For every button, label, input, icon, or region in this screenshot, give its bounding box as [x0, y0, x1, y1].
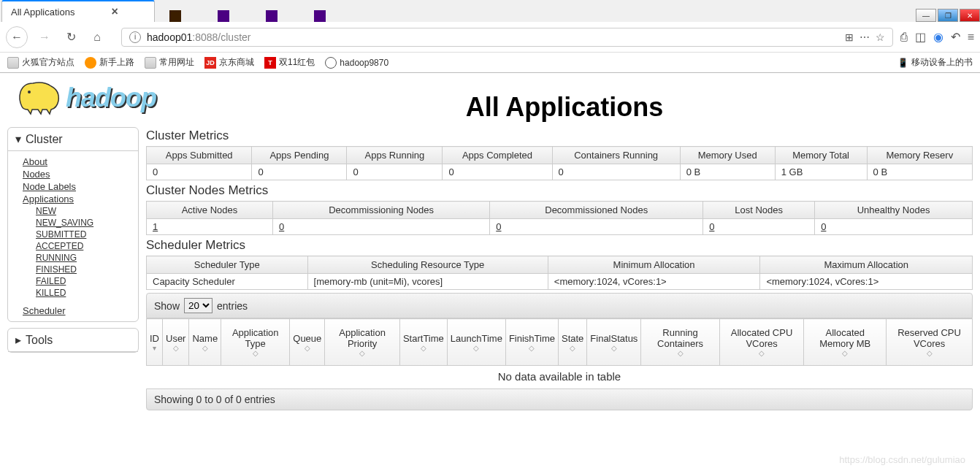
back-button[interactable]: ← [6, 26, 28, 48]
col-min-allocation[interactable]: Minimum Allocation [548, 256, 760, 274]
sidebar-link-node-labels[interactable]: Node Labels [23, 180, 123, 193]
sidebar-link-applications[interactable]: Applications [23, 193, 123, 205]
bookmark-item[interactable]: 新手上路 [85, 56, 134, 69]
empty-message: No data available in table [147, 366, 973, 388]
bg-tab-icon[interactable] [169, 10, 181, 22]
sidebar-icon[interactable]: ◫ [915, 30, 926, 44]
col-apps-pending[interactable]: Apps Pending [252, 147, 347, 164]
cluster-metrics-table: Apps Submitted Apps Pending Apps Running… [146, 146, 973, 180]
cell: 1 GB [775, 164, 867, 180]
sidebar-link-submitted[interactable]: SUBMITTED [36, 229, 123, 240]
col-memory-total[interactable]: Memory Total [775, 147, 867, 164]
col-id[interactable]: ID▾ [147, 319, 163, 366]
entries-select[interactable]: 20 [184, 298, 213, 313]
url-bar[interactable]: i hadoop01:8088/cluster ⊞ ⋯ ☆ [121, 28, 893, 47]
library-icon[interactable]: ⎙ [900, 31, 908, 44]
col-resource-type[interactable]: Scheduling Resource Type [307, 256, 548, 274]
sort-icon: ◇ [328, 349, 397, 357]
bg-tab-icon[interactable] [314, 10, 326, 22]
close-tab-icon[interactable]: × [111, 5, 118, 18]
table-row: 0 0 0 0 0 0 B 1 GB 0 B [147, 164, 973, 180]
menu-icon[interactable]: ≡ [968, 31, 974, 44]
bookmark-item[interactable]: JD京东商城 [204, 56, 254, 69]
tracking-icon[interactable]: ◉ [933, 30, 943, 44]
maximize-button[interactable]: ❐ [938, 9, 958, 22]
bookmark-item[interactable]: 📱移动设备上的书 [897, 56, 973, 69]
minimize-button[interactable]: — [916, 9, 936, 22]
col-memory-reserved[interactable]: Memory Reserv [867, 147, 972, 164]
bookmark-item[interactable]: 火狐官方站点 [7, 56, 74, 69]
decommissioned-link[interactable]: 0 [496, 221, 501, 232]
col-scheduler-type[interactable]: Scheduler Type [147, 256, 308, 274]
col-running-containers[interactable]: Running Containers◇ [641, 319, 719, 366]
cell: 0 B [867, 164, 972, 180]
qr-icon[interactable]: ⊞ [845, 31, 854, 43]
sidebar-link-failed[interactable]: FAILED [36, 275, 123, 287]
col-starttime[interactable]: StartTime◇ [399, 319, 447, 366]
reload-button[interactable]: ↻ [61, 28, 80, 47]
col-reserved-cpu[interactable]: Reserved CPU VCores◇ [887, 319, 973, 366]
sidebar-link-about[interactable]: About [23, 156, 123, 168]
col-decommissioning-nodes[interactable]: Decommissioning Nodes [273, 202, 490, 219]
active-tab[interactable]: All Applications × [1, 0, 155, 22]
url-port: :8088 [192, 31, 218, 43]
sort-icon: ◇ [889, 349, 969, 357]
sidebar-link-nodes[interactable]: Nodes [23, 168, 123, 180]
sidebar-link-running[interactable]: RUNNING [36, 252, 123, 264]
col-max-allocation[interactable]: Maximum Allocation [760, 256, 973, 274]
col-memory-mb[interactable]: Allocated Memory MB◇ [804, 319, 887, 366]
col-apps-running[interactable]: Apps Running [347, 147, 443, 164]
bg-tab-icon[interactable] [266, 10, 277, 22]
table-footer: Showing 0 to 0 of 0 entries [146, 388, 973, 410]
col-lost-nodes[interactable]: Lost Nodes [703, 202, 815, 219]
window-controls: — ❐ ✕ [916, 9, 980, 22]
col-priority[interactable]: Application Priority◇ [325, 319, 400, 366]
col-app-type[interactable]: Application Type◇ [221, 319, 290, 366]
sort-icon: ◇ [807, 349, 883, 357]
col-finalstatus[interactable]: FinalStatus◇ [587, 319, 641, 366]
tab-title: All Applications [11, 7, 74, 18]
col-launchtime[interactable]: LaunchTime◇ [447, 319, 505, 366]
sidebar-link-finished[interactable]: FINISHED [36, 264, 123, 275]
col-apps-completed[interactable]: Apps Completed [443, 147, 552, 164]
sidebar-link-new-saving[interactable]: NEW_SAVING [36, 217, 123, 229]
col-queue[interactable]: Queue◇ [290, 319, 325, 366]
close-window-button[interactable]: ✕ [960, 9, 980, 22]
bookmark-item[interactable]: 常用网址 [145, 56, 194, 69]
cluster-header[interactable]: ▾Cluster [8, 128, 138, 151]
lost-nodes-link[interactable]: 0 [709, 221, 714, 232]
entries-control: Show 20 entries [146, 293, 973, 318]
bookmark-star-icon[interactable]: ☆ [876, 31, 885, 43]
col-containers-running[interactable]: Containers Running [552, 147, 680, 164]
col-name[interactable]: Name◇ [189, 319, 221, 366]
forward-button[interactable]: → [35, 28, 54, 47]
tools-header[interactable]: ▸Tools [8, 329, 138, 352]
col-apps-submitted[interactable]: Apps Submitted [147, 147, 252, 164]
sort-icon: ◇ [509, 344, 555, 352]
sidebar-link-accepted[interactable]: ACCEPTED [36, 240, 123, 252]
col-state[interactable]: State◇ [558, 319, 586, 366]
home-button[interactable]: ⌂ [88, 28, 107, 47]
more-icon[interactable]: ⋯ [860, 31, 870, 43]
sort-icon: ◇ [403, 344, 444, 352]
show-label: Show [154, 300, 180, 312]
active-nodes-link[interactable]: 1 [153, 221, 158, 232]
sidebar-link-new[interactable]: NEW [36, 205, 123, 217]
col-unhealthy-nodes[interactable]: Unhealthy Nodes [815, 202, 973, 219]
undo-icon[interactable]: ↶ [951, 30, 960, 44]
info-icon[interactable]: i [129, 31, 141, 43]
sidebar-link-scheduler[interactable]: Scheduler [23, 305, 123, 317]
bookmark-item[interactable]: hadoop9870 [325, 57, 388, 69]
col-cpu-vcores[interactable]: Allocated CPU VCores◇ [719, 319, 804, 366]
bg-tab-icon[interactable] [218, 10, 229, 22]
bookmark-item[interactable]: T双11红包 [264, 56, 315, 69]
decommissioning-link[interactable]: 0 [279, 221, 284, 232]
col-active-nodes[interactable]: Active Nodes [147, 202, 273, 219]
col-finishtime[interactable]: FinishTime◇ [505, 319, 558, 366]
sort-icon: ◇ [293, 344, 321, 352]
sidebar-link-killed[interactable]: KILLED [36, 287, 123, 299]
col-memory-used[interactable]: Memory Used [680, 147, 775, 164]
col-user[interactable]: User◇ [163, 319, 189, 366]
unhealthy-link[interactable]: 0 [821, 221, 826, 232]
col-decommissioned-nodes[interactable]: Decommissioned Nodes [490, 202, 703, 219]
